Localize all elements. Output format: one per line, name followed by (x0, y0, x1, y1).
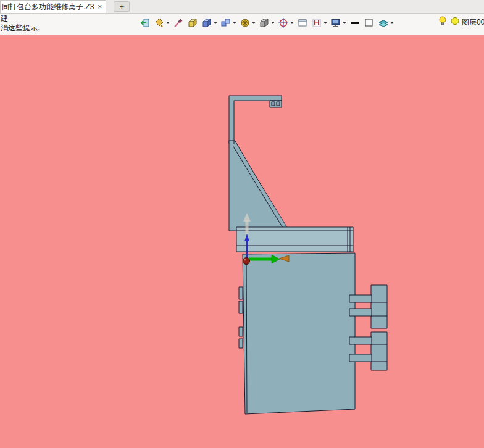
chevron-down-icon (166, 22, 170, 24)
lightbulb-icon[interactable] (437, 15, 448, 29)
tab-title: 同打包台多功能维修桌子.Z3 (2, 2, 94, 12)
chevron-down-icon (214, 22, 217, 24)
model-left-tab (239, 339, 243, 348)
document-tab[interactable]: 同打包台多功能维修桌子.Z3 × (0, 0, 106, 13)
cubes-icon[interactable] (219, 15, 238, 30)
line-width-icon[interactable] (348, 15, 362, 30)
solid-box-icon[interactable] (186, 15, 199, 30)
toolbar-icons (138, 15, 395, 30)
model-left-tab (239, 287, 243, 299)
chevron-down-icon (233, 22, 236, 24)
white-swatch-icon[interactable] (362, 15, 376, 30)
model-cabinet (243, 253, 355, 414)
prompt-line-1: 建 (1, 14, 40, 23)
chevron-down-icon (390, 22, 394, 24)
chevron-down-icon (252, 22, 256, 24)
prompt-text: 建 消这些提示. (1, 14, 40, 33)
viewport-3d[interactable] (0, 35, 484, 448)
model-right-arm (349, 309, 372, 316)
toolbar: 建 消这些提示. (0, 14, 484, 35)
model-workbench (0, 35, 484, 448)
prompt-line-2: 消这些提示. (1, 23, 40, 33)
model-right-plate-lower (371, 332, 387, 370)
brush-icon[interactable] (172, 15, 185, 30)
chevron-down-icon (343, 22, 346, 24)
model-left-tab (239, 301, 243, 313)
app-window: 同打包台多功能维修桌子.Z3 × + 建 消这些提示. (0, 0, 484, 448)
paint-bucket-icon[interactable] (152, 15, 171, 30)
model-right-arm (349, 337, 372, 344)
window-icon[interactable] (296, 15, 309, 30)
model-right-arm (349, 354, 372, 362)
triad-origin[interactable] (243, 258, 250, 265)
chevron-down-icon (271, 22, 275, 24)
model-right-arm (349, 295, 372, 302)
model-left-tab (239, 327, 243, 336)
wheel-icon[interactable] (238, 15, 257, 30)
model-tabletop (236, 227, 353, 252)
document-tabbar: 同打包台多功能维修桌子.Z3 × + (0, 0, 484, 14)
material-box-icon[interactable] (257, 15, 276, 30)
layer-color-icon[interactable] (449, 15, 461, 29)
chevron-down-icon (323, 22, 327, 24)
h-frame-icon[interactable] (310, 15, 328, 30)
cube-icon[interactable] (200, 15, 219, 30)
target-icon[interactable] (277, 15, 295, 30)
exit-sketch-icon[interactable] (138, 15, 152, 30)
layers-icon[interactable] (377, 15, 395, 30)
tab-close-icon[interactable]: × (98, 3, 102, 10)
chevron-down-icon (290, 22, 294, 24)
model-right-plate-upper (371, 285, 387, 328)
monitor-icon[interactable] (329, 15, 348, 30)
new-tab-button[interactable]: + (114, 1, 130, 12)
layer-controls: 图层000 (431, 15, 484, 29)
layer-name-label[interactable]: 图层000 (462, 17, 484, 28)
